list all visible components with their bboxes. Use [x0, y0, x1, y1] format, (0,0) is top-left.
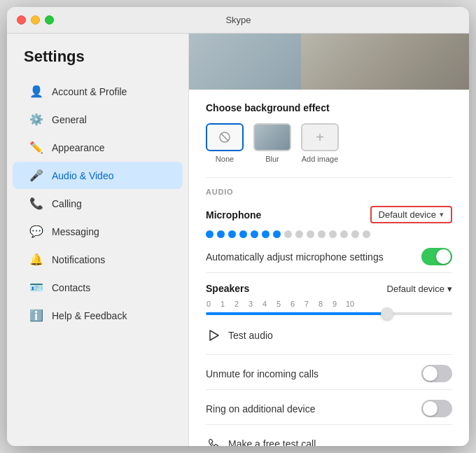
add-icon: + [316, 130, 324, 146]
vol-10: 10 [346, 300, 354, 308]
none-icon [218, 131, 231, 144]
sidebar-label-messaging: Messaging [52, 226, 99, 237]
phone-icon [206, 436, 221, 446]
test-audio-label: Test audio [228, 330, 273, 341]
dot-3 [228, 230, 236, 238]
sidebar-item-notifications[interactable]: 🔔 Notifications [13, 246, 183, 273]
minimize-button[interactable] [31, 15, 40, 25]
divider-1 [206, 177, 452, 178]
vol-8: 8 [318, 300, 323, 308]
bg-box-none[interactable] [206, 123, 244, 151]
dot-12 [329, 230, 337, 238]
make-call-label: Make a free test call [228, 438, 316, 446]
make-call-row[interactable]: Make a free test call [206, 435, 452, 446]
bg-option-none[interactable]: None [206, 123, 244, 163]
close-button[interactable] [17, 15, 26, 25]
microphone-label: Microphone [206, 209, 261, 221]
sidebar-label-help: Help & Feedback [52, 310, 127, 321]
sidebar-item-messaging[interactable]: 💬 Messaging [13, 218, 183, 245]
microphone-row: Microphone Default device ▾ [206, 206, 452, 223]
vol-7: 7 [304, 300, 309, 308]
maximize-button[interactable] [45, 15, 54, 25]
sidebar-item-audio-video[interactable]: 🎤 Audio & Video [13, 162, 183, 189]
dot-5 [251, 230, 258, 238]
divider-3 [206, 354, 452, 355]
sidebar-label-notifications: Notifications [52, 254, 105, 265]
dot-1 [206, 230, 214, 238]
play-icon [206, 328, 221, 343]
sidebar-label-appearance: Appearance [52, 142, 105, 153]
dot-14 [351, 230, 359, 238]
vol-2: 2 [234, 300, 239, 308]
bg-box-blur[interactable] [253, 123, 291, 151]
unmute-toggle[interactable] [421, 365, 452, 382]
content-area: Settings 👤 Account & Profile ⚙️ General … [7, 34, 469, 446]
volume-slider[interactable] [206, 312, 452, 315]
account-icon: 👤 [29, 85, 43, 98]
bg-box-add-image[interactable]: + [301, 123, 339, 151]
vol-3: 3 [248, 300, 253, 308]
titlebar: Skype [7, 7, 469, 34]
dot-9 [295, 230, 303, 238]
sidebar-heading: Settings [7, 48, 188, 77]
calling-icon: 📞 [29, 197, 43, 210]
dot-6 [262, 230, 270, 238]
dot-4 [239, 230, 247, 238]
messaging-icon: 💬 [29, 225, 43, 238]
bg-option-blur[interactable]: Blur [253, 123, 291, 163]
vol-1: 1 [220, 300, 225, 308]
microphone-dropdown[interactable]: Default device ▾ [370, 206, 452, 223]
bg-effect-title: Choose background effect [206, 102, 452, 113]
speakers-device-value: Default device [387, 284, 444, 294]
sidebar-item-appearance[interactable]: ✏️ Appearance [13, 134, 183, 161]
general-icon: ⚙️ [29, 113, 43, 126]
sidebar-label-general: General [52, 114, 87, 125]
window-title: Skype [54, 15, 423, 25]
sidebar-item-general[interactable]: ⚙️ General [13, 106, 183, 133]
vol-9: 9 [332, 300, 337, 308]
sidebar-item-account[interactable]: 👤 Account & Profile [13, 78, 183, 105]
vol-6: 6 [290, 300, 295, 308]
auto-adjust-toggle[interactable] [421, 248, 452, 265]
test-audio-row[interactable]: Test audio [206, 326, 452, 344]
dot-8 [284, 230, 292, 238]
vol-5: 5 [276, 300, 281, 308]
slider-thumb[interactable] [381, 307, 393, 320]
sidebar-item-help[interactable]: ℹ️ Help & Feedback [13, 302, 183, 329]
bg-option-add-image[interactable]: + Add image [301, 123, 339, 163]
bg-label-add-image: Add image [302, 155, 339, 163]
background-options: None Blur + Add image [206, 123, 452, 163]
sidebar-item-contacts[interactable]: 🪪 Contacts [13, 274, 183, 301]
ring-additional-toggle[interactable] [421, 400, 452, 417]
play-triangle-icon [207, 329, 220, 342]
auto-adjust-label: Automatically adjust microphone settings [206, 251, 384, 263]
audio-video-icon: 🎤 [29, 169, 43, 182]
ring-additional-row: Ring on additional device [206, 400, 452, 417]
speakers-dropdown[interactable]: Default device ▾ [387, 284, 452, 294]
microphone-chevron-icon: ▾ [440, 210, 444, 219]
main-content: Choose background effect None B [189, 90, 469, 446]
auto-adjust-row: Automatically adjust microphone settings [206, 248, 452, 265]
dot-15 [363, 230, 370, 238]
help-icon: ℹ️ [29, 309, 43, 322]
app-window: Skype Settings 👤 Account & Profile ⚙️ Ge… [7, 7, 469, 446]
sidebar-item-calling[interactable]: 📞 Calling [13, 190, 183, 217]
svg-marker-2 [210, 330, 218, 340]
sidebar-label-calling: Calling [52, 198, 82, 209]
video-preview [189, 34, 469, 90]
microphone-device-value: Default device [379, 209, 436, 220]
divider-5 [206, 424, 452, 425]
phone-svg-icon [207, 438, 220, 446]
volume-labels: 0 1 2 3 4 5 6 7 8 9 10 [206, 300, 452, 308]
speakers-row: Speakers Default device ▾ [206, 283, 452, 294]
unmute-label: Unmute for incoming calls [206, 368, 318, 379]
contacts-icon: 🪪 [29, 281, 43, 294]
audio-section-label: AUDIO [206, 188, 452, 196]
traffic-lights [17, 15, 54, 25]
appearance-icon: ✏️ [29, 141, 43, 154]
speakers-chevron-icon: ▾ [447, 284, 452, 294]
vol-0: 0 [206, 300, 211, 308]
bg-label-none: None [216, 155, 234, 163]
ring-additional-label: Ring on additional device [206, 403, 315, 414]
divider-4 [206, 389, 452, 390]
